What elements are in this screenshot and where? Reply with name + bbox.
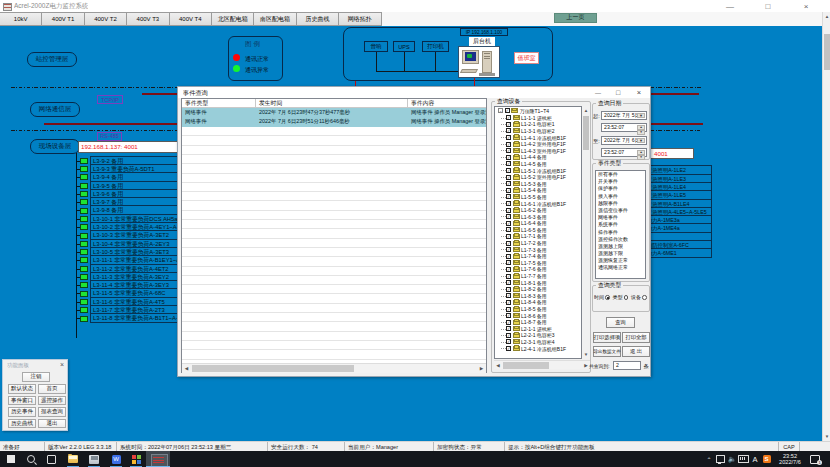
tree-node[interactable]: ✓ L1-7-3 备用 — [495, 246, 581, 253]
checkbox-checked-icon[interactable]: ✓ — [506, 300, 511, 305]
event-type-option[interactable]: 遥测越下限 — [596, 250, 645, 257]
scrollbar-thumb[interactable] — [503, 362, 549, 369]
tree-node[interactable]: ✓ L1-5-2 室外用电F1F — [495, 174, 581, 181]
radio-device[interactable] — [642, 295, 647, 300]
tray-ime-indicator[interactable]: A — [750, 453, 760, 465]
checkbox-checked-icon[interactable]: ✓ — [506, 274, 511, 279]
page-tab[interactable]: 南区配电箱 — [253, 12, 296, 26]
event-type-option[interactable]: 所有事件 — [596, 171, 645, 178]
page-tab[interactable]: 400V T1 — [41, 12, 84, 26]
event-type-option[interactable]: 操作事件 — [596, 229, 645, 236]
scroll-up-icon[interactable]: ▲ — [823, 12, 830, 21]
tree-node[interactable]: ✓ L1-7-2 备用 — [495, 240, 581, 247]
checkbox-checked-icon[interactable]: ✓ — [506, 267, 511, 272]
column-header-type[interactable]: 事件类型 — [182, 99, 256, 108]
checkbox-checked-icon[interactable]: ✓ — [506, 227, 511, 232]
event-type-option[interactable]: 开关事件 — [596, 178, 645, 185]
print-selected-button[interactable]: 打印选择项 — [593, 332, 621, 343]
dialog-maximize-button[interactable]: □ — [610, 87, 626, 98]
event-type-option[interactable]: 遥信变位事件 — [596, 207, 645, 214]
to-date-select[interactable]: 2022年 7月 6日▼ — [601, 136, 647, 146]
checkbox-checked-icon[interactable]: ✓ — [505, 108, 510, 113]
column-header-time[interactable]: 发生时间 — [256, 99, 408, 108]
tray-network-icon[interactable] — [715, 453, 726, 465]
file-explorer-icon[interactable] — [66, 453, 80, 465]
checkbox-checked-icon[interactable]: ✓ — [506, 234, 511, 239]
tree-node[interactable]: ✓ L1-8-1 备用 — [495, 279, 581, 286]
checkbox-checked-icon[interactable]: ✓ — [506, 142, 511, 147]
checkbox-checked-icon[interactable]: ✓ — [506, 247, 511, 252]
checkbox-checked-icon[interactable]: ✓ — [506, 188, 511, 193]
query-button[interactable]: 查询 — [606, 317, 635, 328]
scrollbar-thumb[interactable] — [192, 365, 354, 372]
checkbox-checked-icon[interactable]: ✓ — [506, 115, 511, 120]
tree-node[interactable]: ✓ L2-1-1 进线柜 — [495, 326, 581, 333]
result-count-input[interactable]: 2 — [613, 361, 641, 370]
event-type-option[interactable]: 网络事件 — [596, 214, 645, 221]
page-tab[interactable]: 北区配电箱 — [211, 12, 254, 26]
report-query-button[interactable]: 报表查询 — [38, 407, 66, 417]
start-button[interactable] — [5, 453, 17, 465]
checkbox-checked-icon[interactable]: ✓ — [506, 201, 511, 206]
radio-type[interactable] — [624, 295, 629, 300]
checkbox-checked-icon[interactable]: ✓ — [506, 181, 511, 186]
table-row[interactable]: 网络事件 2022年 7月 6日23时51分11秒646毫秒 网络事件 操作员 … — [182, 117, 486, 126]
default-state-button[interactable]: 默认状态 — [8, 384, 36, 394]
app-icon-colored-grid[interactable] — [129, 453, 143, 465]
event-type-option[interactable]: 遥控操作次数 — [596, 236, 645, 243]
radio-time[interactable] — [605, 295, 610, 300]
tree-root[interactable]: - ✓ 万佳隆T1~T4 — [495, 107, 581, 115]
column-header-content[interactable]: 事件内容 — [408, 99, 486, 108]
scroll-left-icon[interactable]: ◀ — [494, 361, 502, 369]
task-view-icon[interactable] — [45, 453, 57, 465]
tray-volume-icon[interactable]: 🔈 — [727, 453, 737, 465]
checkbox-checked-icon[interactable]: ✓ — [506, 293, 511, 298]
window-minimize-button[interactable]: — — [721, 0, 739, 12]
page-tab[interactable]: 10kV — [0, 12, 42, 26]
checkbox-checked-icon[interactable]: ✓ — [506, 333, 511, 338]
checkbox-checked-icon[interactable]: ✓ — [506, 254, 511, 259]
checkbox-checked-icon[interactable]: ✓ — [506, 260, 511, 265]
tree-node[interactable]: ✓ L1-7-7 备用 — [495, 273, 581, 280]
tree-node[interactable]: ✓ L2-4-1 冷冻机组B1F — [495, 345, 581, 352]
app-icon-blue-w[interactable]: W — [109, 453, 123, 465]
event-type-option[interactable]: 接入事件 — [596, 193, 645, 200]
tree-node[interactable]: ✓ L1-2-1 电容柜1 — [495, 121, 581, 128]
dialog-close-button[interactable]: × — [631, 87, 647, 98]
scrollbar-thumb[interactable] — [824, 34, 830, 70]
scroll-up-icon[interactable]: ▲ — [582, 106, 590, 115]
window-close-button[interactable]: × — [797, 0, 815, 12]
search-icon[interactable] — [25, 453, 37, 465]
function-panel-close-button[interactable]: × — [57, 360, 67, 369]
tree-node[interactable]: ✓ L1-8-4 备用 — [495, 299, 581, 306]
window-maximize-button[interactable]: □ — [759, 0, 777, 12]
exit-button[interactable]: 退 出 — [622, 346, 650, 357]
main-vertical-scrollbar[interactable]: ▲ ▼ — [822, 12, 830, 441]
panel-exit-button[interactable]: 退出 — [38, 419, 66, 429]
table-row[interactable]: 网络事件 2022年 7月 6日23时47分37秒477毫秒 网络事件 操作员 … — [182, 108, 486, 117]
tree-node[interactable]: ✓ L1-8-7 备用 — [495, 319, 581, 326]
tree-node[interactable]: ✓ L1-8-2 备用 — [495, 286, 581, 293]
checkbox-checked-icon[interactable]: ✓ — [506, 161, 511, 166]
collapse-icon[interactable]: - — [498, 108, 503, 113]
checkbox-checked-icon[interactable]: ✓ — [506, 155, 511, 160]
checkbox-checked-icon[interactable]: ✓ — [506, 287, 511, 292]
checkbox-checked-icon[interactable]: ✓ — [506, 346, 511, 351]
tree-node[interactable]: ✓ L1-7-1 备用 — [495, 233, 581, 240]
tree-node[interactable]: ✓ L1-4-4 备用 — [495, 154, 581, 161]
tree-node[interactable]: ✓ L2-3-1 电容柜4 — [495, 339, 581, 346]
app-icon-gray[interactable] — [87, 453, 101, 465]
page-tab[interactable]: 400V T3 — [126, 12, 169, 26]
event-type-option[interactable]: 通讯网络正常 — [596, 264, 645, 271]
tray-keyboard-icon[interactable] — [737, 453, 750, 465]
dropdown-arrow-icon[interactable]: ▼ — [637, 138, 645, 144]
home-button[interactable]: 首页 — [38, 384, 66, 394]
tree-node[interactable]: ✓ L1-4-3 室外用电F1F — [495, 147, 581, 154]
event-type-option[interactable]: 遥测恢复正常 — [596, 257, 645, 264]
page-tab[interactable]: 400V T4 — [169, 12, 212, 26]
scrollbar-thumb[interactable] — [583, 116, 589, 150]
checkbox-checked-icon[interactable]: ✓ — [506, 175, 511, 180]
page-tab[interactable]: 400V T2 — [84, 12, 127, 26]
notification-center-icon[interactable]: 1 — [808, 453, 822, 465]
export-button[interactable]: 导出数据文件 — [593, 346, 621, 357]
